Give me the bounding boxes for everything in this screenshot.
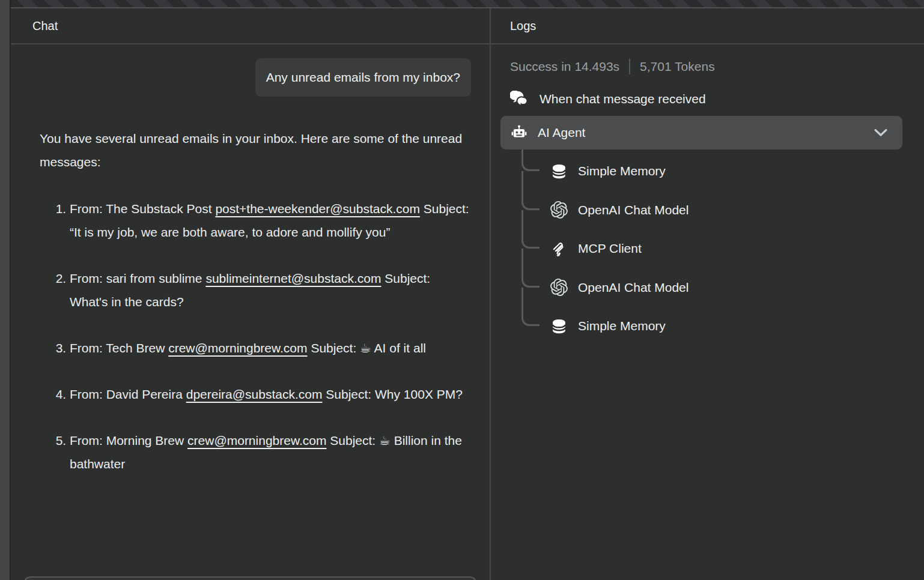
- email-list-item: From: The Substack Post post+the-weekend…: [70, 197, 471, 244]
- email-list-item: From: David Pereira dpereira@substack.co…: [70, 382, 471, 406]
- user-message-bubble: Any unread emails from my inbox?: [255, 58, 471, 97]
- execution-status-row: Success in 14.493s 5,701 Tokens: [510, 59, 924, 74]
- email-list-item: From: Tech Brew crew@morningbrew.com Sub…: [70, 336, 471, 360]
- chevron-down-icon[interactable]: [874, 128, 888, 137]
- log-row-label: AI Agent: [538, 125, 863, 140]
- logs-panel-title: Logs: [510, 19, 536, 33]
- email-list: From: The Substack Post post+the-weekend…: [40, 197, 471, 476]
- assistant-message: You have several unread emails in your i…: [40, 127, 471, 476]
- chat-message-input[interactable]: [23, 576, 477, 580]
- email-address-link[interactable]: post+the-weekender@substack.com: [215, 202, 420, 216]
- email-subject: Subject: ☕ AI of it all: [308, 341, 426, 355]
- user-message-text: Any unread emails from my inbox?: [266, 70, 460, 84]
- log-row-label: OpenAI Chat Model: [578, 280, 688, 295]
- chat-panel-title: Chat: [32, 19, 58, 33]
- openai-icon: [550, 201, 568, 219]
- log-row-label: When chat message received: [540, 92, 706, 106]
- chat-message-list[interactable]: Any unread emails from my inbox? You hav…: [11, 44, 490, 580]
- log-row-chat-trigger[interactable]: When chat message received: [510, 91, 924, 107]
- email-address-link[interactable]: crew@morningbrew.com: [187, 433, 326, 447]
- email-address-link[interactable]: dpereira@substack.com: [186, 387, 323, 401]
- email-from: From: David Pereira: [70, 387, 186, 401]
- chat-panel-header: Chat: [11, 8, 490, 44]
- log-row-openai-chat-model[interactable]: OpenAI Chat Model: [491, 268, 924, 307]
- execution-log: Success in 14.493s 5,701 Tokens When cha…: [491, 44, 924, 580]
- logs-overlay: Chat Any unread emails from my inbox? Yo…: [11, 0, 924, 580]
- chat-panel: Chat Any unread emails from my inbox? Yo…: [11, 8, 491, 580]
- log-row-ai-agent[interactable]: AI Agent: [500, 116, 902, 150]
- email-from: From: sari from sublime: [70, 271, 205, 285]
- openai-icon: [550, 279, 568, 296]
- assistant-intro: You have several unread emails in your i…: [40, 127, 471, 174]
- email-address-link[interactable]: crew@morningbrew.com: [168, 341, 307, 355]
- database-icon: [550, 163, 568, 180]
- email-list-item: From: Morning Brew crew@morningbrew.com …: [70, 429, 471, 476]
- email-from: From: Morning Brew: [70, 433, 187, 447]
- log-row-simple-memory[interactable]: Simple Memory: [491, 152, 924, 191]
- email-address-link[interactable]: sublimeinternet@substack.com: [205, 271, 381, 285]
- logs-panel: Logs Success in 14.493s 5,701 Tokens W: [491, 8, 924, 580]
- log-row-label: Simple Memory: [578, 319, 666, 333]
- database-icon: [550, 318, 568, 335]
- email-from: From: Tech Brew: [70, 341, 168, 355]
- logs-panel-header: Logs: [491, 8, 924, 44]
- log-row-label: MCP Client: [578, 241, 642, 256]
- log-row-label: OpenAI Chat Model: [578, 203, 688, 217]
- agent-subnode-tree: Simple Memory OpenAI Chat Model: [491, 150, 924, 346]
- email-from: From: The Substack Post: [70, 202, 215, 216]
- email-list-item: From: sari from sublime sublimeinternet@…: [70, 267, 471, 313]
- log-row-openai-chat-model[interactable]: OpenAI Chat Model: [491, 191, 924, 230]
- execution-status: Success in 14.493s: [510, 59, 619, 74]
- mcp-icon: [550, 240, 568, 258]
- log-row-mcp-client[interactable]: MCP Client: [491, 229, 924, 268]
- log-row-label: Simple Memory: [578, 164, 666, 178]
- token-count: 5,701 Tokens: [640, 59, 715, 74]
- robot-icon: [511, 124, 527, 141]
- canvas-left-strip: [0, 0, 11, 580]
- status-divider: [629, 59, 630, 74]
- log-row-simple-memory[interactable]: Simple Memory: [491, 307, 924, 346]
- chat-bubbles-icon: [510, 91, 529, 107]
- email-subject: Subject: Why 100X PM?: [322, 387, 462, 401]
- resize-hatch-bar[interactable]: [11, 0, 924, 8]
